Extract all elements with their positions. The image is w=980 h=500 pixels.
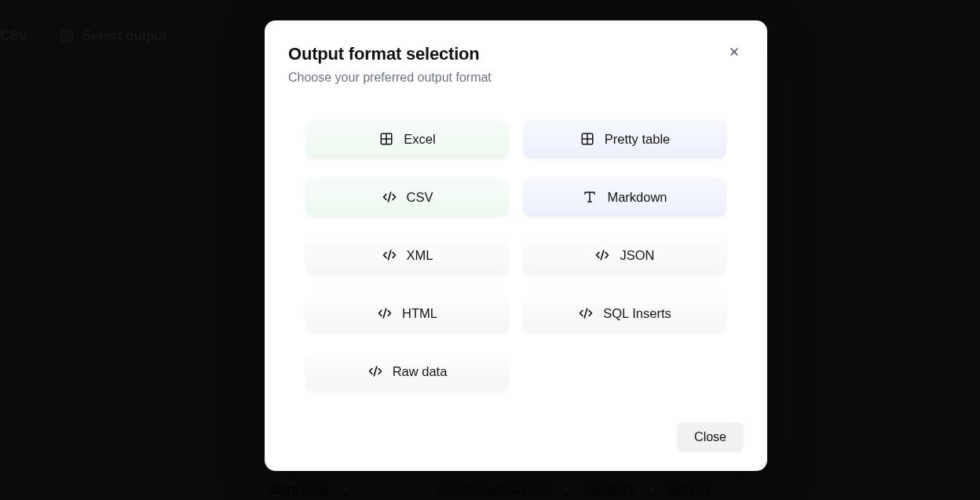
code-icon — [594, 247, 610, 263]
option-excel[interactable]: Excel — [305, 119, 509, 159]
option-label: CSV — [407, 190, 433, 205]
option-label: Excel — [404, 132, 435, 147]
code-icon — [382, 247, 397, 263]
options-grid: ExcelPretty tableCSVMarkdownXMLJSONHTMLS… — [288, 119, 744, 391]
modal-header: Output format selection Choose your pref… — [288, 44, 744, 85]
grid-icon — [580, 131, 595, 147]
svg-line-15 — [388, 250, 390, 260]
option-raw-data[interactable]: Raw data — [305, 352, 509, 391]
option-xml[interactable]: XML — [305, 235, 509, 275]
option-json[interactable]: JSON — [523, 235, 726, 275]
svg-line-19 — [374, 367, 376, 376]
close-button[interactable]: Close — [677, 422, 744, 452]
svg-line-18 — [585, 308, 587, 318]
output-format-modal: Output format selection Choose your pref… — [265, 20, 767, 471]
option-label: Markdown — [607, 190, 667, 205]
code-icon — [377, 305, 393, 321]
option-csv[interactable]: CSV — [305, 177, 509, 217]
option-markdown[interactable]: Markdown — [523, 177, 726, 217]
option-label: Raw data — [393, 364, 448, 379]
modal-title: Output format selection — [288, 44, 744, 64]
modal-footer: Close — [288, 422, 744, 452]
code-icon — [382, 189, 397, 205]
code-icon — [368, 363, 383, 379]
svg-line-16 — [602, 250, 604, 260]
option-html[interactable]: HTML — [305, 294, 509, 333]
modal-subtitle: Choose your preferred output format — [288, 71, 744, 85]
option-sql-inserts[interactable]: SQL Inserts — [523, 294, 726, 333]
option-pretty-table[interactable]: Pretty table — [523, 119, 726, 159]
option-label: HTML — [402, 306, 437, 321]
option-label: JSON — [620, 248, 654, 263]
close-icon[interactable] — [723, 41, 745, 63]
option-label: Pretty table — [605, 132, 670, 147]
option-label: SQL Inserts — [603, 306, 671, 321]
grid-icon — [378, 131, 394, 147]
code-icon — [578, 305, 594, 321]
svg-line-17 — [383, 308, 386, 318]
type-icon — [582, 189, 598, 205]
option-label: XML — [407, 248, 433, 263]
svg-line-12 — [388, 192, 390, 202]
